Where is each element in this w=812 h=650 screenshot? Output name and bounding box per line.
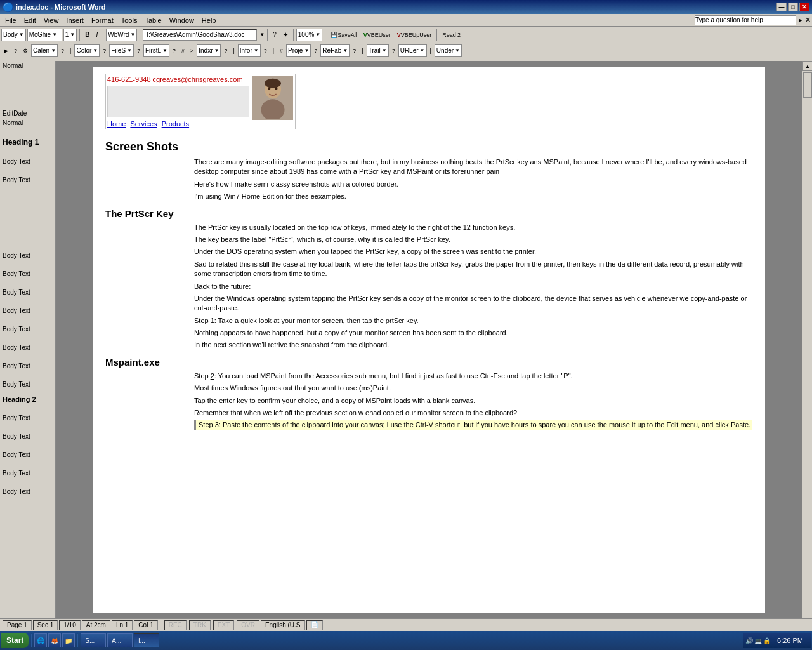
menu-format[interactable]: Format <box>88 15 117 25</box>
menu-edit[interactable]: Edit <box>20 15 40 25</box>
zoom-dropdown[interactable]: 100% ▼ <box>296 29 323 41</box>
products-link[interactable]: Products <box>162 120 189 128</box>
under-dropdown[interactable]: Under▼ <box>435 44 462 57</box>
style-heading2a[interactable]: Heading 2 <box>0 394 55 404</box>
tb2-gt[interactable]: > <box>188 45 196 56</box>
quicklaunch-ie[interactable]: 🌐 <box>34 633 47 647</box>
path-arrow[interactable]: ▼ <box>259 32 265 37</box>
style-bodytext13[interactable]: Body Text <box>0 450 55 460</box>
format-dropdown[interactable]: WbWrd ▼ <box>106 29 137 41</box>
minimize-button[interactable]: — <box>776 3 787 11</box>
style-editdate[interactable]: EditDate <box>0 109 55 118</box>
body-para11: Nothing appears to have happened, but a … <box>194 328 752 338</box>
tb2-bar4[interactable]: | <box>359 45 365 56</box>
style-bodytext4[interactable]: Body Text <box>0 269 55 279</box>
scrollbar-vertical[interactable]: ▲ <box>802 61 812 631</box>
urler-dropdown[interactable]: URLer▼ <box>398 44 427 57</box>
tb2-q6[interactable]: ? <box>261 45 270 56</box>
home-link[interactable]: Home <box>107 120 126 128</box>
vbe-user-btn[interactable]: V VBEUser <box>361 29 393 41</box>
style-bodytext10[interactable]: Body Text <box>0 380 55 389</box>
menu-insert[interactable]: Insert <box>62 15 88 25</box>
files-dropdown[interactable]: FileS▼ <box>109 44 134 57</box>
infor-dropdown[interactable]: Infor▼ <box>238 44 261 57</box>
taskbar-word-btn[interactable]: i... <box>134 633 159 647</box>
size-arrow: ▼ <box>70 32 75 37</box>
trail-dropdown[interactable]: Trail▼ <box>367 44 389 57</box>
star-btn[interactable]: ✦ <box>280 29 291 41</box>
tb2-hash2[interactable]: # <box>277 45 285 56</box>
style-bodytext2[interactable]: Body Text <box>0 175 55 185</box>
firstl-dropdown[interactable]: FirstL▼ <box>143 44 169 57</box>
tb2-q1[interactable]: ? <box>58 45 67 56</box>
style-bodytext11[interactable]: Body Text <box>0 413 55 423</box>
quicklaunch-ff[interactable]: 🦊 <box>48 633 61 647</box>
vbe-up-btn[interactable]: V VBEUpUser <box>395 29 435 41</box>
services-link[interactable]: Services <box>130 120 157 128</box>
calen-dropdown[interactable]: Calen▼ <box>31 44 58 57</box>
style-dropdown[interactable]: Body ▼ <box>1 29 26 41</box>
tb2-q8[interactable]: ? <box>350 45 358 56</box>
font-dropdown[interactable]: McGhie ▼ <box>27 29 62 41</box>
scroll-up-btn[interactable]: ▲ <box>802 61 812 71</box>
refab-dropdown[interactable]: ReFab▼ <box>320 44 350 57</box>
tb2-q7[interactable]: ? <box>311 45 320 56</box>
toolbar2-btn3[interactable]: ⚙ <box>20 45 30 56</box>
save-all-btn[interactable]: 💾 SaveAll <box>328 29 360 41</box>
toolbar2-btn1[interactable]: ▶ <box>1 45 11 56</box>
style-bodytext5[interactable]: Body Text <box>0 288 55 297</box>
color-dropdown[interactable]: Color▼ <box>74 44 100 57</box>
style-bodytext14[interactable]: Body Text <box>0 468 55 478</box>
menu-table[interactable]: Table <box>141 15 165 25</box>
close-help-icon[interactable]: ✕ <box>805 16 811 24</box>
tb2-bar1[interactable]: | <box>67 45 74 56</box>
style-normal2[interactable]: Normal <box>0 118 55 128</box>
tray-icon1: 🔊 <box>745 637 753 644</box>
question-btn[interactable]: ? <box>270 29 279 41</box>
close-button[interactable]: ✕ <box>799 3 809 11</box>
menu-view[interactable]: View <box>40 15 63 25</box>
format-value: WbWrd <box>108 31 129 38</box>
style-bodytext1[interactable]: Body Text <box>0 157 55 166</box>
style-bodytext9[interactable]: Body Text <box>0 361 55 371</box>
taskbar-s-btn[interactable]: S... <box>81 633 106 647</box>
tb2-q5[interactable]: ? <box>221 45 230 56</box>
tb2-hash[interactable]: # <box>179 45 187 56</box>
profile-photo <box>252 76 293 120</box>
style-bodytext8[interactable]: Body Text <box>0 343 55 352</box>
style-bodytext15[interactable]: Body Text <box>0 487 55 496</box>
style-bodytext3[interactable]: Body Text <box>0 251 55 260</box>
menu-file[interactable]: File <box>1 15 20 25</box>
italic-button[interactable]: I <box>93 29 100 41</box>
taskbar: Start 🌐 🦊 📁 S... A... i... 🔊 💻 🔒 6:26 PM <box>0 631 812 650</box>
style-normal[interactable]: Normal <box>0 61 55 70</box>
style-heading1[interactable]: Heading 1 <box>0 136 55 148</box>
start-button[interactable]: Start <box>1 633 29 648</box>
quicklaunch-folder[interactable]: 📁 <box>62 633 75 647</box>
help-input[interactable] <box>695 15 796 25</box>
indxr-dropdown[interactable]: Indxr▼ <box>197 44 221 57</box>
menu-window[interactable]: Window <box>166 15 198 25</box>
tb2-q4[interactable]: ? <box>170 45 178 56</box>
toolbar2-btn2[interactable]: ? <box>11 45 20 56</box>
tb2-q2[interactable]: ? <box>100 45 108 56</box>
tb2-bar2[interactable]: | <box>230 45 237 56</box>
style-bodytext6[interactable]: Body Text <box>0 306 55 315</box>
proje-dropdown[interactable]: Proje▼ <box>286 44 311 57</box>
maximize-button[interactable]: □ <box>788 3 798 11</box>
tb2-q9[interactable]: ? <box>390 45 398 56</box>
tb2-bar5[interactable]: | <box>428 45 434 56</box>
menu-help[interactable]: Help <box>198 15 220 25</box>
taskbar-a-btn[interactable]: A... <box>107 633 133 647</box>
read-btn[interactable]: Read 2 <box>440 29 463 41</box>
style-bodytext7[interactable]: Body Text <box>0 324 55 334</box>
tb2-q3[interactable]: ? <box>134 45 143 56</box>
menu-tools[interactable]: Tools <box>117 15 141 25</box>
bold-button[interactable]: B <box>82 29 92 41</box>
tb2-bar3[interactable]: | <box>270 45 277 56</box>
size-dropdown[interactable]: 1 ▼ <box>63 29 77 41</box>
scroll-thumb[interactable] <box>803 72 812 98</box>
style-bodytext12[interactable]: Body Text <box>0 432 55 441</box>
style-panel: Normal EditDate Normal Heading 1 Body Te… <box>0 61 56 631</box>
toolbar-main: Body ▼ McGhie ▼ 1 ▼ B I WbWrd ▼ T:\Greav… <box>0 27 812 43</box>
